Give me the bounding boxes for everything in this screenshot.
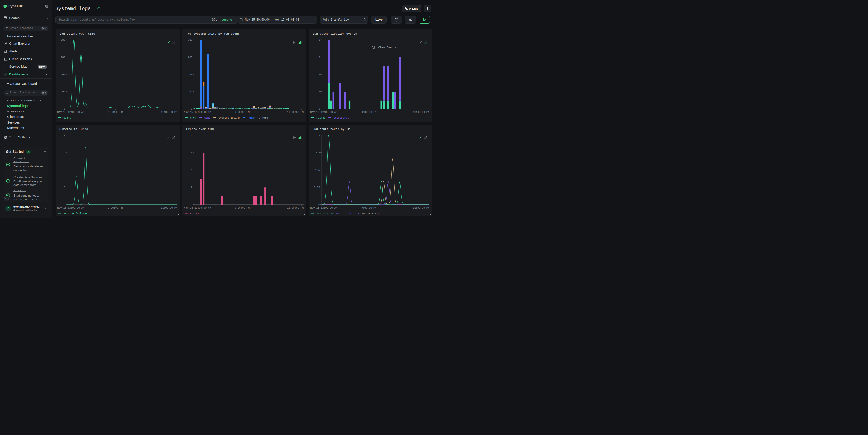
svg-text:6: 6 [64,169,65,172]
svg-text:9:00:00 PM: 9:00:00 PM [235,207,250,209]
svg-text:Service failures: Service failures [63,212,88,215]
svg-text:95: 95 [62,90,65,93]
svg-text:Nov 15 12:00:00 AM: Nov 15 12:00:00 AM [184,111,211,114]
svg-text:Failed: Failed [316,117,326,119]
svg-text:8: 8 [318,38,320,41]
svg-text:Successful: Successful [334,117,349,119]
svg-text:95: 95 [189,90,192,93]
svg-text:1.5: 1.5 [315,169,320,172]
svg-text:285: 285 [61,56,65,59]
svg-text:3: 3 [64,186,65,189]
svg-text:Nov 15 12:00:00 AM: Nov 15 12:00:00 AM [310,111,337,114]
svg-text:11:00:00 PM: 11:00:00 PM [161,207,177,209]
svg-text:9:00:00 PM: 9:00:00 PM [361,111,376,114]
svg-text:2: 2 [191,186,193,189]
svg-text:11:00:00 PM: 11:00:00 PM [161,111,177,114]
svg-text:2.3: 2.3 [315,151,320,154]
svg-text:CRON: CRON [190,117,196,119]
svg-text:nginx: nginx [248,117,255,119]
svg-text:Nov 15 12:00:00 AM: Nov 15 12:00:00 AM [310,207,337,209]
svg-text:3: 3 [318,134,320,137]
svg-text:+3 more: +3 more [257,117,268,119]
svg-text:Nov 15 12:00:00 AM: Nov 15 12:00:00 AM [57,207,84,209]
svg-text:4: 4 [191,169,193,172]
svg-text:285: 285 [188,56,192,59]
svg-text:380: 380 [61,38,65,41]
svg-text:View Events: View Events [378,46,397,49]
svg-text:10.0.0.5: 10.0.0.5 [367,212,379,215]
svg-text:380: 380 [188,38,192,41]
svg-text:11:00:00 PM: 11:00:00 PM [413,207,429,209]
svg-text:11:00:00 PM: 11:00:00 PM [287,111,304,114]
svg-text:190: 190 [61,73,65,76]
svg-text:0.75: 0.75 [314,186,320,189]
svg-text:192.168.1.10: 192.168.1.10 [341,212,359,215]
svg-text:Nov 15 12:00:00 AM: Nov 15 12:00:00 AM [184,207,211,209]
svg-text:190: 190 [188,73,192,76]
svg-text:9:00:00 PM: 9:00:00 PM [108,111,123,114]
svg-text:11:00:00 PM: 11:00:00 PM [413,111,429,114]
svg-text:2: 2 [318,90,320,93]
svg-text:9:00:00 PM: 9:00:00 PM [235,111,250,114]
svg-text:6: 6 [318,56,320,59]
svg-text:6: 6 [191,151,193,154]
svg-text:9:00:00 PM: 9:00:00 PM [361,207,376,209]
svg-text:0: 0 [191,107,193,110]
svg-text:0: 0 [191,204,193,206]
svg-text:0: 0 [318,204,320,206]
svg-text:0: 0 [64,107,65,110]
svg-text:Nov 15 12:00:00 AM: Nov 15 12:00:00 AM [57,111,84,114]
svg-text:9:00:00 PM: 9:00:00 PM [108,207,123,209]
svg-text:9: 9 [64,151,65,154]
svg-text:4: 4 [318,73,320,76]
svg-text:0: 0 [318,107,320,110]
svg-text:count: count [63,117,71,119]
svg-text:8: 8 [191,134,193,137]
svg-text:Errors: Errors [190,212,199,215]
svg-text:172.16.0.20: 172.16.0.20 [316,212,333,215]
svg-text:11:00:00 PM: 11:00:00 PM [287,207,304,209]
svg-text:0: 0 [64,204,65,206]
svg-text:12: 12 [62,134,65,137]
svg-text:sshd: sshd [204,117,210,119]
svg-text:systemd-logind: systemd-logind [219,117,240,119]
